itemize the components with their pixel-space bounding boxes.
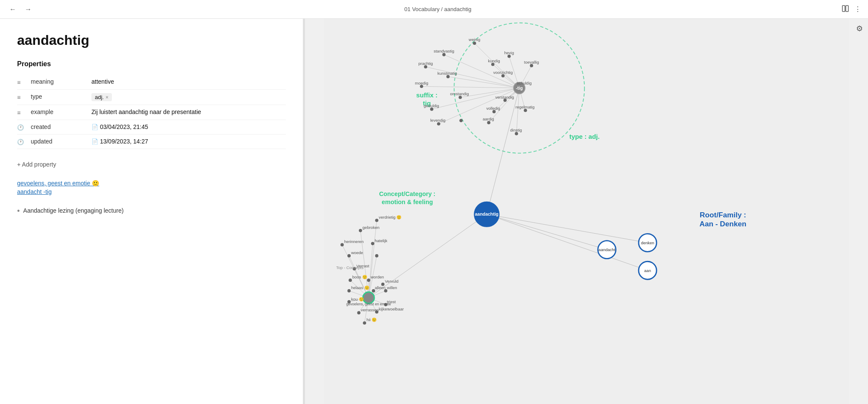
right-panel: ⚙ — [305, 19, 868, 404]
svg-text:denken: denken — [641, 240, 654, 245]
svg-point-68 — [340, 243, 344, 246]
examples-section: • Aandachtige lezing (engaging lecture) — [17, 205, 286, 217]
property-row-created: 🕐 created 📄 03/04/2023, 21:45 — [17, 120, 286, 135]
property-row-type: ≡ type adj. × — [17, 90, 286, 105]
svg-point-52 — [501, 74, 505, 78]
svg-text:moedig: moedig — [415, 81, 428, 85]
type-icon: ≡ — [17, 94, 26, 101]
svg-text:verdrietig 🙂: verdrietig 🙂 — [379, 215, 402, 220]
svg-text:Root/Family :: Root/Family : — [700, 211, 746, 219]
svg-point-76 — [347, 289, 351, 293]
svg-text:gevoelens, geest en emotie: gevoelens, geest en emotie — [346, 302, 391, 306]
svg-text:helaas 🙂: helaas 🙂 — [351, 285, 369, 290]
svg-point-61 — [487, 121, 490, 124]
left-panel: aandachtig Properties ≡ meaning attentiv… — [0, 19, 303, 404]
svg-text:dinstig: dinstig — [510, 128, 522, 132]
svg-point-46 — [442, 53, 446, 56]
svg-text:worden: worden — [370, 275, 384, 279]
svg-text:kundig: kundig — [488, 59, 500, 63]
book-icon-button[interactable] — [842, 5, 849, 14]
svg-text:Verrast: Verrast — [356, 263, 369, 268]
property-row-meaning: ≡ meaning attentive — [17, 75, 286, 90]
property-row-example: ≡ example Zij luistert aandachtig naar d… — [17, 105, 286, 120]
svg-text:voelbaar: voelbaar — [388, 307, 404, 311]
svg-rect-2 — [324, 19, 849, 404]
svg-text:aandachtig: aandachtig — [475, 212, 499, 217]
svg-text:Aan - Denken: Aan - Denken — [700, 220, 747, 228]
created-value: 📄 03/04/2023, 21:45 — [91, 123, 286, 130]
svg-text:volledig: volledig — [487, 106, 500, 111]
bullet-icon: • — [17, 207, 20, 215]
example-icon: ≡ — [17, 109, 26, 116]
svg-point-57 — [430, 108, 434, 111]
svg-text:levendig: levendig — [430, 118, 445, 123]
svg-point-58 — [493, 110, 496, 114]
svg-text:herinneren: herinneren — [344, 239, 364, 244]
svg-text:kou 🙂: kou 🙂 — [351, 297, 364, 302]
svg-text:Vervuld: Vervuld — [385, 279, 399, 284]
link-item-1[interactable]: gevoelens, geest en emotie 🙂 — [17, 180, 286, 187]
svg-point-59 — [524, 109, 527, 112]
svg-text:verrassen: verrassen — [361, 307, 379, 312]
page-title: aandachtig — [17, 32, 286, 48]
svg-text:aandacht: aandacht — [598, 247, 616, 252]
svg-text:emotion & feeling: emotion & feeling — [381, 199, 433, 205]
updated-value: 📄 13/09/2023, 14:27 — [91, 138, 286, 145]
updated-clock-icon: 🕐 — [17, 139, 26, 145]
type-tag: adj. × — [91, 93, 112, 101]
svg-point-71 — [375, 254, 378, 258]
svg-text:verstandig: verstandig — [495, 95, 514, 100]
svg-point-55 — [459, 96, 462, 99]
gevoelens-link[interactable]: gevoelens, geest en emotie 🙂 — [17, 180, 99, 187]
svg-rect-1 — [846, 6, 848, 12]
svg-text:gebroken: gebroken — [363, 225, 380, 230]
svg-point-60 — [460, 119, 463, 123]
main-content: aandachtig Properties ≡ meaning attentiv… — [0, 19, 868, 404]
svg-text:type : adj.: type : adj. — [569, 133, 600, 140]
svg-text:hatelijk: hatelijk — [375, 238, 387, 243]
example-value: Zij luistert aandachtig naar de presenta… — [91, 108, 286, 115]
svg-point-49 — [424, 65, 428, 69]
svg-point-45 — [473, 41, 476, 45]
svg-point-81 — [357, 311, 361, 315]
svg-text:omstandig: omstandig — [450, 91, 469, 96]
settings-button[interactable]: ⚙ — [856, 24, 863, 33]
type-tag-remove[interactable]: × — [106, 94, 108, 100]
links-section: gevoelens, geest en emotie 🙂 aandacht -t… — [17, 180, 286, 195]
svg-text:suffix :: suffix : — [416, 91, 437, 99]
svg-text:schuldig: schuldig — [517, 81, 532, 85]
svg-text:hii 🙂: hii 🙂 — [367, 317, 377, 322]
svg-point-70 — [347, 254, 351, 258]
meaning-value: attentive — [91, 78, 286, 85]
svg-point-48 — [530, 64, 533, 67]
header-icons: ⋮ — [842, 5, 861, 14]
svg-text:willen: willen — [387, 285, 397, 290]
meaning-icon: ≡ — [17, 79, 26, 86]
example-item-1: • Aandachtige lezing (engaging lecture) — [17, 205, 286, 217]
svg-text:hevig: hevig — [504, 50, 514, 55]
back-button[interactable]: ← — [7, 4, 19, 15]
created-clock-icon: 🕐 — [17, 124, 26, 131]
created-label: created — [31, 123, 86, 130]
properties-section: Properties ≡ meaning attentive ≡ type — [17, 60, 286, 170]
svg-text:standvastig: standvastig — [434, 49, 454, 53]
forward-button[interactable]: → — [22, 4, 34, 15]
svg-text:regelmatig: regelmatig — [516, 105, 534, 109]
svg-text:prachtig: prachtig — [418, 61, 433, 66]
svg-point-67 — [359, 229, 362, 232]
svg-text:aardig: aardig — [483, 117, 494, 121]
svg-point-69 — [371, 242, 375, 246]
svg-point-73 — [349, 278, 352, 282]
aandacht-link[interactable]: aandacht — [17, 188, 42, 195]
properties-heading: Properties — [17, 60, 286, 68]
svg-point-63 — [515, 132, 518, 135]
svg-point-53 — [420, 85, 423, 88]
svg-text:kunstmatig: kunstmatig — [437, 71, 457, 76]
svg-text:alleen: alleen — [375, 285, 385, 290]
more-options-button[interactable]: ⋮ — [854, 5, 861, 14]
svg-point-83 — [363, 321, 367, 325]
svg-text:toevallig: toevallig — [524, 60, 539, 64]
svg-point-47 — [507, 55, 511, 58]
add-property-button[interactable]: + Add property — [17, 159, 56, 170]
tig-link[interactable]: -tig — [42, 188, 52, 195]
